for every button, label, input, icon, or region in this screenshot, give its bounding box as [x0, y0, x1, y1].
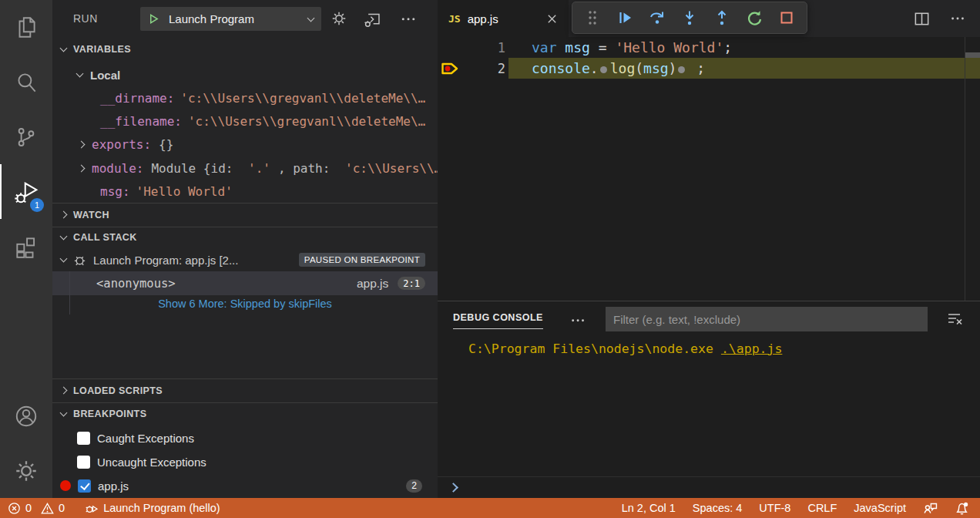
console-input-row[interactable]	[438, 476, 980, 498]
debug-status-icon	[85, 501, 99, 515]
language-mode[interactable]: JavaScript	[854, 502, 906, 514]
run-and-debug-sidebar: RUN Launch Program VA	[52, 0, 438, 498]
variable-row[interactable]: exports: {}	[52, 133, 438, 156]
more-actions-icon[interactable]	[399, 9, 418, 28]
chevron-down-icon	[60, 409, 68, 416]
stack-frame-row[interactable]: <anonymous> app.js 2:1	[52, 271, 438, 295]
call-stack-title: CALL STACK	[73, 232, 137, 243]
breakpoint-row[interactable]: app.js 2	[52, 474, 438, 497]
warning-icon	[41, 502, 54, 515]
editor-group: JS app.js	[438, 0, 980, 301]
accounts-icon	[13, 403, 39, 429]
bell-icon[interactable]	[955, 501, 969, 516]
breakpoint-label: Caught Exceptions	[97, 432, 194, 445]
console-filter-input[interactable]	[606, 307, 928, 331]
breakpoint-checkbox[interactable]	[77, 456, 90, 469]
breakpoints-section-header[interactable]: BREAKPOINTS	[52, 402, 438, 424]
split-editor-icon[interactable]	[913, 10, 931, 28]
activity-extensions[interactable]	[0, 219, 52, 274]
close-icon[interactable]	[546, 13, 558, 25]
variables-section-header[interactable]: VARIABLES	[52, 39, 438, 60]
show-more-link[interactable]: Show 6 More: Skipped by skipFiles	[52, 297, 438, 315]
code-line-2-current: 2 console.log(msg) ;	[438, 58, 980, 79]
variable-row[interactable]: __filename: 'c:\\Users\\gregvanl\\delete…	[52, 109, 438, 133]
variable-value: {}	[159, 137, 173, 152]
call-stack-section-header[interactable]: CALL STACK	[52, 227, 438, 247]
open-launch-config-button[interactable]	[330, 9, 348, 28]
console-command-text: C:\Program Files\nodejs\node.exe	[468, 341, 713, 356]
paused-state-badge: PAUSED ON BREAKPOINT	[299, 253, 425, 267]
frame-file: app.js	[357, 277, 388, 291]
call-stack-session-row[interactable]: Launch Program: app.js [2... PAUSED ON B…	[52, 248, 438, 271]
launch-config-label: Launch Program	[169, 12, 254, 25]
activity-bar: 1	[0, 0, 52, 498]
tab-label: app.js	[468, 12, 539, 25]
console-output-line: C:\Program Files\nodejs\node.exe.\app.js	[468, 341, 782, 356]
debug-count-badge: 1	[30, 198, 44, 212]
editor-scrollbar[interactable]	[965, 52, 980, 58]
console-file-link[interactable]: .\app.js	[721, 341, 782, 356]
paused-breakpoint-arrow-icon[interactable]	[438, 61, 461, 76]
indentation[interactable]: Spaces: 4	[693, 502, 743, 514]
settings-gear-icon	[13, 458, 39, 484]
step-into-button[interactable]	[680, 8, 700, 28]
line-number: 2	[461, 61, 505, 76]
play-icon	[148, 13, 159, 25]
activity-settings[interactable]	[0, 443, 52, 498]
variable-name: exports:	[92, 137, 151, 152]
scope-local-row[interactable]: Local	[52, 63, 438, 86]
feedback-icon[interactable]	[923, 501, 938, 516]
launch-config-dropdown[interactable]: Launch Program	[140, 7, 321, 31]
step-over-button[interactable]	[647, 8, 667, 28]
breakpoint-row[interactable]: Caught Exceptions	[52, 426, 438, 449]
activity-search[interactable]	[0, 55, 52, 109]
variable-row[interactable]: module: Module {id: '.', path: 'c:\\User…	[52, 156, 438, 180]
toolbar-drag-handle[interactable]	[582, 8, 602, 28]
variable-name: __dirname:	[100, 91, 174, 106]
chevron-right-icon	[78, 164, 86, 172]
activity-explorer[interactable]	[0, 0, 52, 55]
inline-breakpoint-dot[interactable]	[678, 66, 685, 73]
loaded-scripts-section-header[interactable]: LOADED SCRIPTS	[52, 378, 438, 402]
breakpoints-title: BREAKPOINTS	[73, 409, 146, 419]
variable-value: 'c:\\Users\\gregvanl\\deleteMe\…	[188, 114, 425, 129]
breakpoint-label: Uncaught Exceptions	[97, 456, 206, 469]
activity-source-control[interactable]	[0, 109, 52, 164]
search-icon	[13, 69, 39, 96]
code-editor[interactable]: 1 var msg = 'Hello World'; 2 console.log…	[438, 37, 980, 301]
activity-run-and-debug[interactable]: 1	[0, 164, 52, 219]
status-bar: 0 0 Launch Program (hello) Ln 2, Col 1 S…	[0, 498, 980, 518]
inline-breakpoint-dot[interactable]	[600, 66, 607, 73]
continue-button[interactable]	[615, 8, 635, 28]
open-debug-console-icon[interactable]	[362, 9, 381, 28]
problems-status[interactable]: 0 0	[8, 502, 65, 515]
vscode-window: 1	[0, 0, 980, 518]
debug-toolbar	[572, 2, 807, 34]
stop-button[interactable]	[777, 8, 797, 28]
encoding[interactable]: UTF-8	[759, 502, 790, 514]
watch-section-header[interactable]: WATCH	[52, 203, 438, 226]
variable-row[interactable]: __dirname: 'c:\\Users\\gregvanl\\deleteM…	[52, 86, 438, 109]
variable-row[interactable]: msg: 'Hello World'	[52, 180, 438, 203]
eol-sequence[interactable]: CRLF	[807, 502, 837, 514]
error-icon	[8, 502, 21, 515]
javascript-file-icon: JS	[448, 13, 461, 25]
activity-accounts[interactable]	[0, 388, 52, 443]
breakpoint-checkbox[interactable]	[78, 479, 91, 493]
frame-location-badge: 2:1	[398, 277, 425, 290]
tab-debug-console[interactable]: DEBUG CONSOLE	[453, 312, 543, 329]
restart-button[interactable]	[744, 8, 764, 28]
more-actions-icon[interactable]	[570, 311, 587, 328]
tab-appjs[interactable]: JS app.js	[438, 0, 569, 37]
files-icon	[13, 15, 39, 41]
extensions-icon	[13, 234, 39, 260]
breakpoint-checkbox[interactable]	[77, 432, 90, 445]
chevron-right-icon	[78, 140, 86, 148]
debug-session-status[interactable]: Launch Program (hello)	[85, 501, 220, 515]
tree-indent-guide	[69, 271, 70, 314]
cursor-position[interactable]: Ln 2, Col 1	[622, 502, 676, 514]
step-out-button[interactable]	[712, 8, 732, 28]
more-actions-icon[interactable]	[949, 10, 966, 27]
breakpoint-row[interactable]: Uncaught Exceptions	[52, 450, 438, 473]
clear-console-icon[interactable]	[946, 310, 965, 328]
